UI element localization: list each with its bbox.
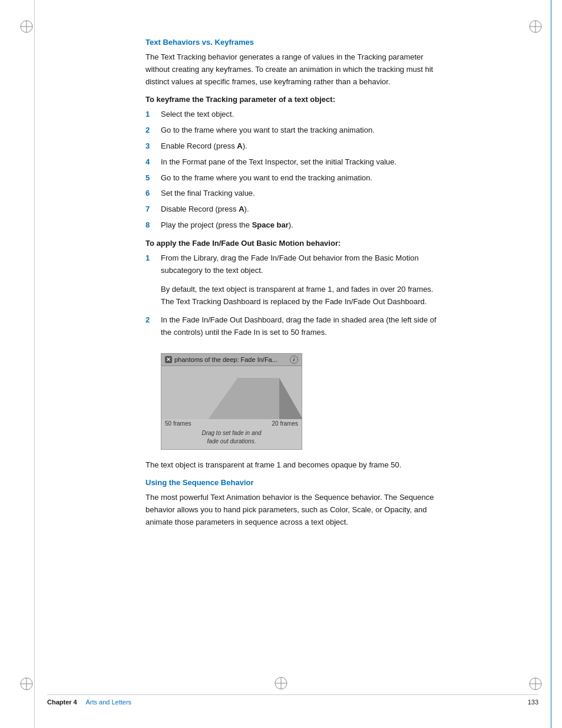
subheading-keyframe: To keyframe the Tracking parameter of a … xyxy=(146,95,440,104)
dashboard-graph xyxy=(161,366,302,419)
section-text-behaviors: Text Behaviors vs. Keyframes The Text Tr… xyxy=(146,38,440,232)
step-number-7: 7 xyxy=(146,203,157,216)
heading-text-behaviors: Text Behaviors vs. Keyframes xyxy=(146,38,440,47)
step-text-3: Enable Record (press A). xyxy=(161,140,440,153)
vertical-line-right xyxy=(551,0,551,728)
corner-mark-top-left xyxy=(18,18,35,35)
list-item: 8 Play the project (press the Space bar)… xyxy=(146,219,440,232)
list-item: 2 In the Fade In/Fade Out Dashboard, dra… xyxy=(146,314,440,339)
step-text-1: Select the text object. xyxy=(161,108,440,121)
fade-step-number-2: 2 xyxy=(146,314,157,327)
info-button[interactable]: i xyxy=(290,355,298,364)
list-item: 6 Set the final Tracking value. xyxy=(146,187,440,200)
dashboard-labels: 50 frames 20 frames xyxy=(161,419,302,428)
dashboard-title: phantoms of the deep: Fade In/Fa... xyxy=(174,356,287,363)
step-number-1: 1 xyxy=(146,108,157,121)
list-item: 3 Enable Record (press A). xyxy=(146,140,440,153)
dashboard-header: ✕ phantoms of the deep: Fade In/Fa... i xyxy=(161,354,302,366)
corner-mark-bottom-left xyxy=(18,675,35,693)
dashboard-container: ✕ phantoms of the deep: Fade In/Fa... i xyxy=(161,353,302,450)
subheading-fade: To apply the Fade In/Fade Out Basic Moti… xyxy=(146,239,440,248)
list-item: 5 Go to the frame where you want to end … xyxy=(146,172,440,185)
fade-step-number-1: 1 xyxy=(146,252,157,265)
corner-mark-top-right xyxy=(527,18,544,35)
body-text-behaviors: The Text Tracking behavior generates a r… xyxy=(146,51,440,88)
step-number-3: 3 xyxy=(146,140,157,153)
label-left: 50 frames xyxy=(165,420,191,427)
body-sequence-behavior: The most powerful Text Animation behavio… xyxy=(146,492,440,528)
fade-step-text-1: From the Library, drag the Fade In/Fade … xyxy=(161,252,440,277)
fade-steps-list-2: 2 In the Fade In/Fade Out Dashboard, dra… xyxy=(146,314,440,339)
footer-left: Chapter 4 Arts and Letters xyxy=(47,699,131,706)
list-item: 2 Go to the frame where you want to star… xyxy=(146,124,440,137)
fade-step-text-2: In the Fade In/Fade Out Dashboard, drag … xyxy=(161,314,440,339)
step-number-8: 8 xyxy=(146,219,157,232)
bottom-center-mark xyxy=(272,674,290,694)
page-number: 133 xyxy=(528,699,538,706)
chapter-label: Chapter 4 xyxy=(47,699,77,706)
caption-line2: fade out durations. xyxy=(207,438,256,444)
dashboard-box: ✕ phantoms of the deep: Fade In/Fa... i xyxy=(161,353,302,450)
step-number-4: 4 xyxy=(146,156,157,169)
step-text-5: Go to the frame where you want to end th… xyxy=(161,172,440,185)
indented-text-default: By default, the text object is transpare… xyxy=(161,284,440,308)
step-text-2: Go to the frame where you want to start … xyxy=(161,124,440,137)
chapter-title: Arts and Letters xyxy=(85,699,131,706)
after-image-text: The text object is transparent at frame … xyxy=(146,459,440,472)
step-text-8: Play the project (press the Space bar). xyxy=(161,219,440,232)
keyframe-steps-list: 1 Select the text object. 2 Go to the fr… xyxy=(146,108,440,231)
page-footer: Chapter 4 Arts and Letters 133 xyxy=(47,694,538,706)
step-number-5: 5 xyxy=(146,172,157,185)
corner-mark-bottom-right xyxy=(527,675,544,693)
caption-line1: Drag to set fade in and xyxy=(201,430,261,436)
content-area: Text Behaviors vs. Keyframes The Text Tr… xyxy=(98,38,464,529)
step-text-7: Disable Record (press A). xyxy=(161,203,440,216)
step-text-6: Set the final Tracking value. xyxy=(161,187,440,200)
step-number-2: 2 xyxy=(146,124,157,137)
label-right: 20 frames xyxy=(272,420,298,427)
vertical-line-left xyxy=(34,0,35,728)
step-number-6: 6 xyxy=(146,187,157,200)
step-text-4: In the Format pane of the Text Inspector… xyxy=(161,156,440,169)
dashboard-caption: Drag to set fade in and fade out duratio… xyxy=(161,428,302,449)
list-item: 7 Disable Record (press A). xyxy=(146,203,440,216)
fade-steps-list: 1 From the Library, drag the Fade In/Fad… xyxy=(146,252,440,277)
close-button[interactable]: ✕ xyxy=(165,356,172,363)
list-item: 4 In the Format pane of the Text Inspect… xyxy=(146,156,440,169)
page: Text Behaviors vs. Keyframes The Text Tr… xyxy=(0,0,562,728)
section-sequence-behavior: Using the Sequence Behavior The most pow… xyxy=(146,478,440,528)
heading-sequence-behavior: Using the Sequence Behavior xyxy=(146,478,440,487)
section-fade-behavior: To apply the Fade In/Fade Out Basic Moti… xyxy=(146,239,440,472)
list-item: 1 From the Library, drag the Fade In/Fad… xyxy=(146,252,440,277)
list-item: 1 Select the text object. xyxy=(146,108,440,121)
